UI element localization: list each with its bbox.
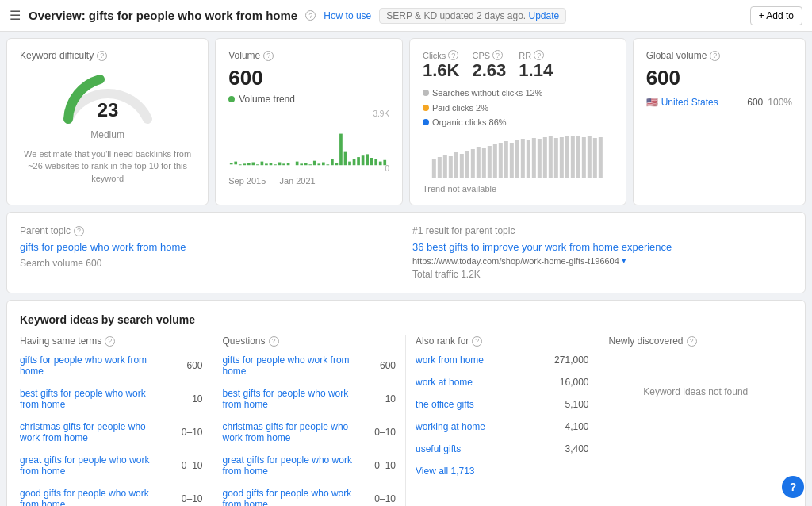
- result-title-link[interactable]: 36 best gifts to improve your work from …: [412, 241, 792, 253]
- ideas-col-3: Newly discovered ?Keyword ideas not foun…: [599, 335, 793, 506]
- parent-info-icon[interactable]: ?: [74, 226, 84, 236]
- keyword-link[interactable]: work at home: [416, 377, 473, 388]
- svg-rect-34: [379, 162, 382, 166]
- svg-rect-52: [521, 139, 525, 178]
- global-country-row: 🇺🇸 United States 600 100%: [646, 97, 792, 108]
- chevron-down-icon[interactable]: ▾: [622, 255, 626, 266]
- keyword-volume: 16,000: [560, 377, 589, 388]
- country-pct: 100%: [768, 97, 792, 108]
- svg-rect-55: [538, 139, 542, 178]
- volume-info-icon[interactable]: ?: [263, 51, 274, 61]
- parent-topic-right: #1 result for parent topic 36 best gifts…: [412, 225, 792, 280]
- keyword-link[interactable]: great gifts for people who work from hom…: [223, 454, 362, 477]
- keyword-volume: 271,000: [554, 355, 588, 366]
- svg-rect-57: [549, 136, 553, 178]
- keyword-row: useful gifts3,400: [416, 443, 589, 459]
- svg-rect-47: [493, 144, 497, 178]
- keyword-row: the office gifts5,100: [416, 399, 589, 415]
- svg-rect-25: [339, 134, 343, 166]
- keyword-row: gifts for people who work from home600: [223, 355, 396, 381]
- parent-topic-left: Parent topic ? gifts for people who work…: [20, 225, 400, 280]
- kd-sublabel: Medium: [20, 129, 195, 140]
- volume-label: Volume ?: [228, 50, 389, 61]
- keyword-link[interactable]: gifts for people who work from home: [223, 355, 362, 377]
- cps-info-icon[interactable]: ?: [492, 50, 503, 60]
- clicks-chart-svg: [423, 135, 613, 178]
- legend-dot-yellow: [423, 105, 429, 111]
- menu-icon[interactable]: ☰: [10, 8, 21, 23]
- add-to-button[interactable]: + Add to: [750, 6, 802, 25]
- svg-rect-11: [278, 163, 282, 166]
- keyword-link[interactable]: useful gifts: [416, 443, 461, 454]
- view-all-link[interactable]: View all 1,713: [416, 466, 589, 477]
- kd-card: Keyword difficulty ? 23 Medium We estima…: [6, 38, 209, 205]
- svg-rect-10: [274, 164, 277, 165]
- clicks-value: 1.6K: [423, 60, 459, 81]
- clicks-info-icon[interactable]: ?: [448, 50, 458, 60]
- parent-topic-link[interactable]: gifts for people who work from home: [20, 241, 186, 253]
- clicks-legend: Searches without clicks 12% Paid clicks …: [423, 86, 613, 130]
- keyword-row: best gifts for people who work from home…: [20, 388, 203, 415]
- keyword-volume: 4,100: [565, 421, 588, 432]
- gauge-svg: 23: [60, 67, 155, 123]
- volume-chart-svg: [228, 109, 389, 169]
- keyword-link[interactable]: the office gifts: [416, 399, 474, 410]
- svg-rect-9: [270, 163, 273, 165]
- svg-rect-3: [243, 163, 247, 165]
- svg-rect-59: [560, 137, 564, 178]
- kd-info-icon[interactable]: ?: [97, 51, 107, 61]
- ideas-col-0: Having same terms ?gifts for people who …: [20, 335, 213, 506]
- update-link[interactable]: Update: [529, 10, 560, 21]
- svg-rect-21: [322, 163, 325, 166]
- col-info-icon-1[interactable]: ?: [269, 336, 279, 347]
- svg-rect-45: [482, 148, 486, 178]
- svg-rect-4: [247, 163, 251, 165]
- svg-rect-56: [543, 137, 547, 178]
- rr-label: RR ?: [519, 50, 553, 60]
- keyword-row: gifts for people who work from home600: [20, 355, 203, 381]
- total-traffic: Total traffic 1.2K: [412, 269, 792, 280]
- keyword-row: best gifts for people who work from home…: [223, 388, 396, 415]
- help-info-icon[interactable]: ?: [305, 10, 316, 21]
- keyword-link[interactable]: christmas gifts for people who work from…: [223, 421, 362, 443]
- volume-card: Volume ? 600 Volume trend 3.9K: [215, 38, 403, 205]
- parent-topic-section: Parent topic ? gifts for people who work…: [6, 212, 806, 293]
- volume-trend-label: Volume trend: [228, 94, 389, 105]
- svg-rect-66: [599, 137, 603, 178]
- kd-note: We estimate that you'll need backlinks f…: [20, 148, 195, 185]
- col-info-icon-2[interactable]: ?: [472, 336, 482, 347]
- keyword-link[interactable]: christmas gifts for people who work from…: [20, 421, 166, 443]
- col-info-icon-3[interactable]: ?: [687, 336, 697, 347]
- keyword-row: christmas gifts for people who work from…: [223, 421, 396, 448]
- keyword-link[interactable]: best gifts for people who work from home: [223, 388, 362, 410]
- country-stats: 600 100%: [747, 97, 792, 108]
- country-link[interactable]: 🇺🇸 United States: [646, 97, 718, 108]
- col-info-icon-0[interactable]: ?: [105, 336, 115, 347]
- help-button[interactable]: ?: [782, 476, 804, 498]
- global-info-icon[interactable]: ?: [710, 51, 720, 61]
- svg-rect-60: [565, 136, 569, 178]
- keyword-link[interactable]: great gifts for people who work from hom…: [20, 454, 166, 477]
- global-value: 600: [646, 66, 792, 90]
- svg-rect-26: [344, 152, 347, 166]
- svg-rect-6: [256, 164, 259, 165]
- result-url: https://www.today.com/shop/work-home-gif…: [412, 255, 792, 266]
- keyword-link[interactable]: best gifts for people who work from home: [20, 388, 166, 410]
- svg-rect-61: [571, 136, 575, 178]
- keyword-link[interactable]: work from home: [416, 355, 484, 366]
- rr-value: 1.14: [519, 60, 553, 81]
- keyword-volume: 3,400: [565, 443, 588, 454]
- svg-rect-58: [554, 138, 558, 178]
- parent-topic-label: Parent topic ?: [20, 225, 400, 236]
- keyword-link[interactable]: good gifts for people who work from home: [223, 488, 362, 506]
- svg-rect-42: [465, 151, 469, 178]
- keyword-link[interactable]: gifts for people who work from home: [20, 355, 166, 377]
- keyword-volume: 5,100: [565, 399, 588, 410]
- how-to-use-link[interactable]: How to use: [324, 10, 371, 21]
- svg-rect-63: [582, 137, 586, 178]
- keyword-link[interactable]: working at home: [416, 421, 485, 432]
- keyword-row: great gifts for people who work from hom…: [20, 454, 203, 481]
- cps-label: CPS ?: [472, 50, 506, 60]
- keyword-link[interactable]: good gifts for people who work from home: [20, 488, 166, 506]
- rr-info-icon[interactable]: ?: [534, 50, 544, 60]
